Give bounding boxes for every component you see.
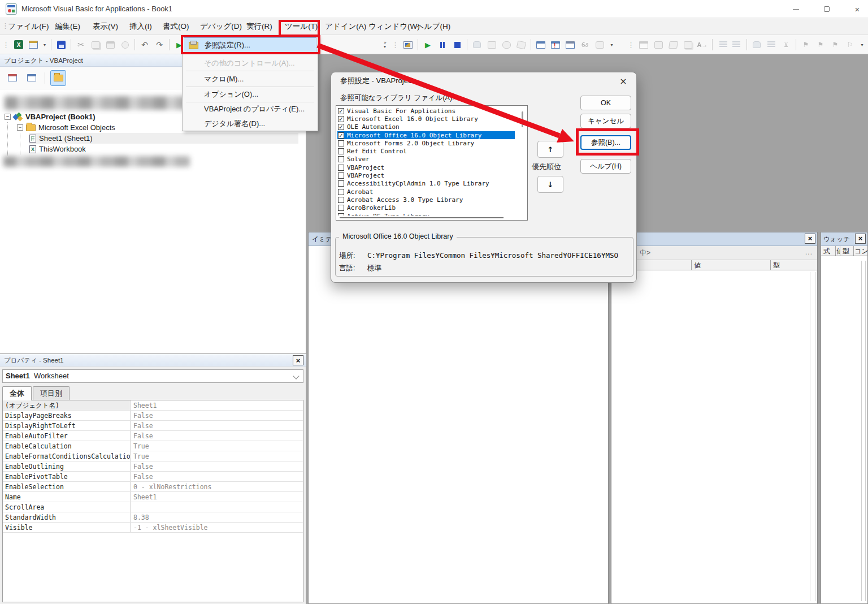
collapse-icon[interactable]: − [17, 124, 23, 131]
previous-bookmark-icon[interactable]: ⚑ [828, 38, 842, 51]
library-row[interactable]: ✓OLE Automation [337, 123, 515, 131]
view-code-icon[interactable] [5, 70, 20, 86]
close-icon[interactable]: × [855, 234, 866, 244]
help-button[interactable]: ヘルプ(H) [580, 159, 631, 174]
tree-item-sheet1[interactable]: Sheet1 (Sheet1) [29, 133, 298, 144]
view-object-icon[interactable] [24, 70, 40, 86]
property-row[interactable]: Visible-1 - xlSheetVisible [3, 523, 303, 533]
priority-down-button[interactable]: ↓ [537, 176, 563, 193]
library-row[interactable]: Microsoft Forms 2.0 Object Library [337, 139, 515, 147]
design-mode-icon[interactable] [401, 38, 415, 51]
property-row[interactable]: DisplayPageBreaksFalse [3, 411, 303, 421]
outdent-icon[interactable] [730, 38, 744, 51]
menu-debug[interactable]: デバッグ(D) [198, 20, 244, 33]
checkbox-unchecked-icon[interactable] [338, 213, 344, 216]
menu-format[interactable]: 書式(O) [160, 20, 192, 33]
checkbox-unchecked-icon[interactable] [338, 148, 344, 154]
menu-edit[interactable]: 編集(E) [53, 20, 83, 33]
redo-icon[interactable]: ↷ [153, 38, 166, 51]
object-selector[interactable]: Sheet1 Worksheet [2, 369, 303, 383]
property-row[interactable]: ScrollArea [3, 502, 303, 512]
watch-window-titlebar[interactable]: ウォッチ × [821, 232, 867, 246]
library-row[interactable]: AccessibilityCplAdmin 1.0 Type Library [337, 180, 515, 188]
library-row[interactable]: ✓Visual Basic For Applications [337, 107, 515, 115]
insert-userform-icon[interactable] [27, 38, 40, 51]
watch-col-type[interactable]: 型 [840, 246, 854, 256]
call-stack-icon[interactable]: 6∂ [578, 38, 592, 51]
clear-bookmarks-icon[interactable]: ⚐ [843, 38, 857, 51]
checkbox-unchecked-icon[interactable] [338, 197, 344, 203]
immediate-window-icon[interactable] [549, 38, 562, 51]
vertical-scrollbar[interactable] [522, 111, 523, 127]
locals-window-titlebar[interactable]: × [611, 232, 817, 246]
tab-categorized[interactable]: 項目別 [33, 386, 70, 400]
menu-file[interactable]: ファイル(F) [6, 20, 51, 33]
comment-block-icon[interactable] [765, 38, 778, 51]
library-row[interactable]: AcroBrokerLib [337, 204, 515, 212]
reset-icon[interactable] [450, 38, 464, 51]
toggle-bookmark-icon[interactable]: ⚑ [799, 38, 813, 51]
close-icon[interactable]: × [293, 355, 303, 365]
checkbox-checked-icon[interactable]: ✓ [338, 124, 344, 130]
property-row[interactable]: StandardWidth8.38 [3, 512, 303, 523]
find-icon[interactable] [118, 38, 132, 51]
checkbox-checked-icon[interactable]: ✓ [338, 116, 344, 122]
save-icon[interactable] [54, 38, 68, 51]
watch-scrollbar[interactable] [861, 261, 866, 601]
library-row[interactable]: VBAProject [337, 171, 515, 179]
undo-icon[interactable]: ↶ [138, 38, 151, 51]
library-row[interactable]: VBAProject [337, 163, 515, 171]
watch-col-value[interactable]: 値 [836, 246, 840, 256]
locals-more-button[interactable]: ... [805, 248, 813, 256]
browse-button[interactable]: 参照(B)... [580, 135, 631, 150]
property-row[interactable]: EnableAutoFilterFalse [3, 431, 303, 441]
tree-item-thisworkbook[interactable]: X ThisWorkbook [29, 144, 298, 154]
menu-insert[interactable]: 挿入(I) [127, 20, 154, 33]
indent-icon[interactable] [715, 38, 729, 51]
run-icon[interactable]: ▶ [421, 38, 435, 51]
priority-up-button[interactable]: ↑ [537, 141, 563, 158]
parameter-info-icon[interactable] [681, 38, 695, 51]
watch-col-expression[interactable]: 式 [821, 246, 836, 256]
cut-icon[interactable]: ✂ [74, 38, 88, 51]
library-row-selected[interactable]: ✓Microsoft Office 16.0 Object Library [337, 131, 515, 139]
step-into-icon[interactable] [485, 38, 498, 51]
copy-icon[interactable] [89, 38, 102, 51]
collapse-icon[interactable]: − [5, 114, 11, 120]
locals-scrollbar[interactable] [810, 272, 815, 601]
watch-window-icon[interactable] [563, 38, 577, 51]
library-row[interactable]: Ref Edit Control [337, 147, 515, 155]
minimize-button[interactable] [787, 2, 804, 16]
property-row[interactable]: EnableSelection0 - xlNoRestrictions [3, 482, 303, 492]
library-row[interactable]: ✓Microsoft Excel 16.0 Object Library [337, 115, 515, 123]
step-over-icon[interactable] [500, 38, 513, 51]
break-icon[interactable] [436, 38, 449, 51]
dialog-titlebar[interactable]: 参照設定 - VBAProject [331, 72, 636, 89]
menu-addins[interactable]: アドイン(A) [323, 20, 368, 33]
property-row[interactable]: (オブジェクト名)Sheet1 [3, 400, 303, 411]
watch-col-context[interactable]: コンテキスト [854, 246, 867, 256]
menu-tools[interactable]: ツール(T) [283, 20, 320, 33]
menu-item-macros[interactable]: マクロ(M)... [184, 71, 316, 87]
toolbar-overflow-icon[interactable]: ▾ [607, 38, 616, 51]
cancel-button[interactable]: キャンセル [580, 114, 631, 128]
toggle-breakpoint-icon[interactable] [470, 38, 484, 51]
excel-icon[interactable]: X [12, 38, 25, 51]
object-browser-icon[interactable] [593, 38, 606, 51]
paste-icon[interactable] [103, 38, 117, 51]
library-row[interactable]: Active DS Type Library [337, 212, 515, 215]
locals-col-type[interactable]: 型 [771, 260, 817, 270]
dropdown-caret-icon[interactable]: ▾ [41, 38, 48, 51]
ok-button[interactable]: OK [580, 96, 631, 110]
checkbox-unchecked-icon[interactable] [338, 180, 344, 187]
checkbox-checked-icon[interactable]: ✓ [338, 108, 344, 114]
checkbox-checked-icon[interactable]: ✓ [338, 132, 344, 139]
toolbar-overflow-icon[interactable]: »▾ [381, 38, 389, 51]
close-button[interactable]: × [849, 2, 866, 16]
menu-item-options[interactable]: オプション(O)... [184, 87, 316, 102]
close-icon[interactable]: × [617, 76, 630, 87]
checkbox-unchecked-icon[interactable] [338, 172, 344, 179]
checkbox-unchecked-icon[interactable] [338, 189, 344, 195]
library-row[interactable]: Acrobat Access 3.0 Type Library [337, 196, 515, 204]
locals-col-value[interactable]: 値 [692, 260, 771, 270]
